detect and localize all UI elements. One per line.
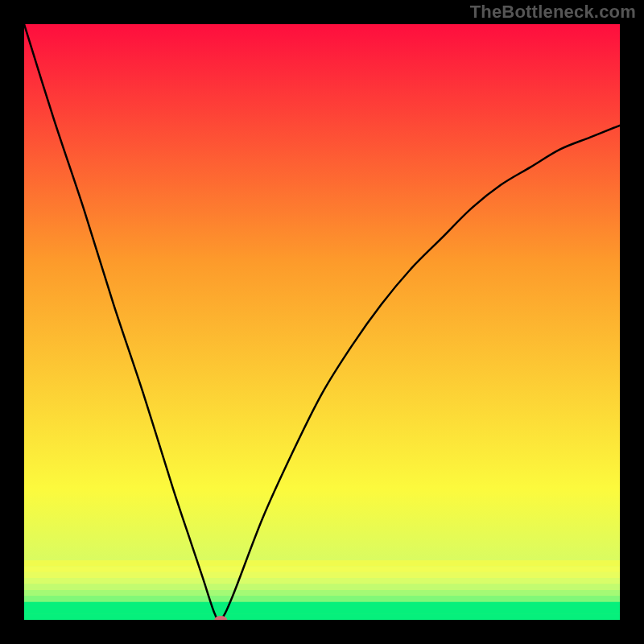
chart-frame: TheBottleneck.com: [0, 0, 644, 644]
svg-point-10: [214, 616, 227, 620]
plot-area: [24, 24, 620, 620]
optimum-marker: [24, 24, 620, 620]
watermark: TheBottleneck.com: [470, 2, 636, 23]
